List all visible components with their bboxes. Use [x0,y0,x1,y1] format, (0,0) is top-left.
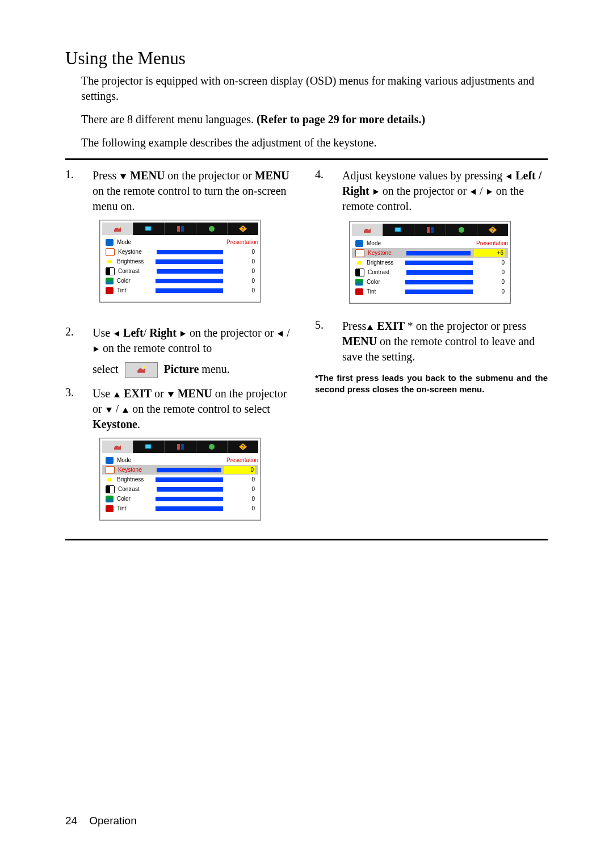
right-arrow-icon [373,189,379,195]
l: Tint [117,287,152,295]
t: EXIT [374,320,408,332]
tab-settings-icon [165,441,196,453]
svg-point-0 [119,226,121,228]
v: 0 [226,476,255,484]
l: Color [117,277,152,285]
svg-text:?: ? [241,444,245,450]
tab-picture-icon [102,223,133,235]
contrast-icon [106,485,115,493]
tint-icon [106,505,114,512]
svg-point-12 [209,444,215,450]
t: Use [93,387,113,400]
right-arrow-icon [180,331,186,337]
tab-source-icon [383,224,414,236]
tab-info-icon: ? [228,223,258,235]
l: Tint [117,505,152,513]
l: Keystone [118,248,153,256]
svg-point-19 [459,227,464,233]
up-arrow-icon [123,408,128,413]
l: Keystone [368,249,403,257]
svg-point-4 [209,226,215,232]
osd-menu-3: ? Mode Presentation [99,438,261,521]
svg-text:?: ? [491,227,494,233]
t: menu. [199,363,229,375]
osd-tabs: ? [352,224,508,236]
v: 0 [226,248,255,256]
l: Contrast [368,269,403,276]
mode-icon [355,240,363,247]
t: . [137,418,140,430]
osd-row-color: Color 0 [102,494,258,504]
mode-icon [106,457,114,464]
t: Right [149,326,179,339]
l: Mode [117,456,152,464]
svg-rect-2 [177,226,180,232]
svg-point-8 [119,444,121,446]
osd-row-tint: Tint 0 [102,286,258,295]
osd-row-mode: Mode Presentation [102,237,258,247]
intro-p1: The projector is equipped with on-screen… [81,73,548,104]
right-arrow-icon [94,346,99,352]
intro-p2a: There are 8 different menu languages. [81,113,257,125]
osd-row-brightness: Brightness 0 [102,475,258,484]
left-arrow-icon [471,189,476,195]
t: Press [93,169,119,182]
tint-icon [106,287,114,294]
osd-row-brightness: Brightness 0 [352,258,508,267]
left-arrow-icon [506,174,511,179]
osd-row-contrast: Contrast 0 [352,267,508,277]
v: +6 [474,249,505,257]
svg-point-15 [369,227,371,229]
svg-rect-17 [427,227,430,233]
t: MENU [127,169,165,182]
t: * on the projector or press [408,320,526,332]
osd-row-mode: Mode Presentation [102,455,258,465]
l: Keystone [118,466,153,474]
t: Picture [164,363,199,375]
left-arrow-icon [278,331,283,337]
svg-text:?: ? [241,226,245,232]
color-icon [355,279,363,286]
picture-tab-icon [125,362,158,378]
divider-bottom [65,539,548,540]
up-arrow-icon [114,392,120,397]
osd-row-keystone: Keystone 0 [102,247,258,257]
v: 0 [476,288,505,296]
osd-tabs: ? [102,441,258,453]
v: 0 [476,269,505,276]
tab-settings-icon [165,223,196,235]
svg-rect-9 [145,445,151,448]
v: 0 [476,278,505,286]
osd-menu-4: ? Mode Presentation [349,221,511,304]
l: Mode [367,240,402,248]
tab-picture-icon [102,441,133,453]
up-arrow-icon [367,325,373,330]
l: Color [367,278,402,286]
l: Color [117,495,152,503]
step-5-number: 5. [315,318,342,364]
osd-row-color: Color 0 [352,277,508,287]
t: / [144,326,150,339]
t: EXIT [121,387,152,400]
l: Brightness [367,259,402,267]
l: Tint [367,288,402,296]
t: Press [342,320,366,332]
step-3-text: Use EXIT or MENU on the projector or / o… [93,386,298,521]
step-4-number: 4. [315,168,342,304]
intro-p2: There are 8 different menu languages. (R… [81,112,548,127]
footnote-text: *The first press leads you back to the s… [315,372,548,395]
v: 0 [226,287,255,295]
v: 0 [226,267,255,275]
t: on the remote control to select [129,402,270,415]
l: Contrast [118,485,153,493]
osd-menu-1: ? Mode Presentation [99,220,261,303]
osd-row-mode: Mode Presentation [352,238,508,248]
keystone-icon [355,249,364,257]
osd-row-keystone-selected: Keystone +6 [352,248,508,258]
osd-row-contrast: Contrast 0 [102,266,258,276]
v: 0 [226,258,255,266]
t: Adjust keystone values by pressing [342,169,505,182]
tab-source-icon [133,441,165,453]
intro-p2b: (Refer to page 29 for more details.) [257,113,425,125]
osd-row-tint: Tint 0 [352,287,508,296]
